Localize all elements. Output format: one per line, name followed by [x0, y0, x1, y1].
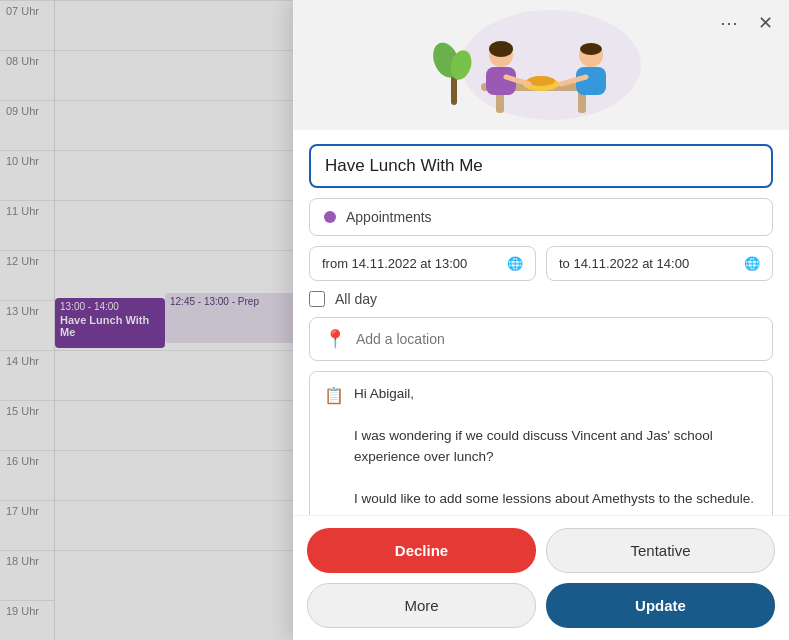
allday-checkbox[interactable]: [309, 291, 325, 307]
event-title-input[interactable]: [309, 144, 773, 188]
svg-point-0: [461, 10, 641, 120]
action-buttons: Decline Tentative More Update: [293, 515, 789, 640]
svg-rect-14: [451, 75, 457, 105]
date-row: from 14.11.2022 at 13:00 🌐 to 14.11.2022…: [309, 246, 773, 281]
to-date-text: to 14.11.2022 at 14:00: [559, 256, 689, 271]
more-button[interactable]: More: [307, 583, 536, 628]
category-color-dot: [324, 211, 336, 223]
notes-line1: Hi Abigail,: [354, 384, 758, 405]
to-date-field[interactable]: to 14.11.2022 at 14:00 🌐: [546, 246, 773, 281]
notes-line2: I was wondering if we could discuss Vinc…: [354, 426, 758, 468]
from-date-field[interactable]: from 14.11.2022 at 13:00 🌐: [309, 246, 536, 281]
location-icon: 📍: [324, 328, 346, 350]
notes-row: 📋 Hi Abigail, I was wondering if we coul…: [309, 371, 773, 515]
more-options-button[interactable]: ⋯: [714, 10, 744, 36]
event-modal: ⋯ ✕ Appointments from 14.11.2022 at 13:0…: [293, 0, 789, 640]
location-input[interactable]: [356, 331, 758, 347]
decline-button[interactable]: Decline: [307, 528, 536, 573]
modal-header-actions: ⋯ ✕: [714, 10, 779, 36]
category-row[interactable]: Appointments: [309, 198, 773, 236]
allday-row: All day: [309, 291, 773, 307]
notes-line3: I would like to add some lessions about …: [354, 489, 758, 515]
location-row[interactable]: 📍: [309, 317, 773, 361]
notes-content: Hi Abigail, I was wondering if we could …: [354, 384, 758, 515]
allday-label: All day: [335, 291, 377, 307]
close-button[interactable]: ✕: [752, 10, 779, 36]
from-date-text: from 14.11.2022 at 13:00: [322, 256, 467, 271]
from-timezone-icon: 🌐: [507, 256, 523, 271]
modal-image-area: ⋯ ✕: [293, 0, 789, 130]
tentative-button[interactable]: Tentative: [546, 528, 775, 573]
close-icon: ✕: [758, 12, 773, 34]
notes-icon: 📋: [324, 386, 344, 405]
to-timezone-icon: 🌐: [744, 256, 760, 271]
update-button[interactable]: Update: [546, 583, 775, 628]
modal-illustration: [421, 5, 661, 125]
more-options-icon: ⋯: [720, 12, 738, 34]
svg-point-11: [580, 43, 602, 55]
category-label: Appointments: [346, 209, 432, 225]
modal-body: Appointments from 14.11.2022 at 13:00 🌐 …: [293, 130, 789, 515]
modal-overlay: ⋯ ✕ Appointments from 14.11.2022 at 13:0…: [0, 0, 789, 640]
svg-point-8: [489, 41, 513, 57]
